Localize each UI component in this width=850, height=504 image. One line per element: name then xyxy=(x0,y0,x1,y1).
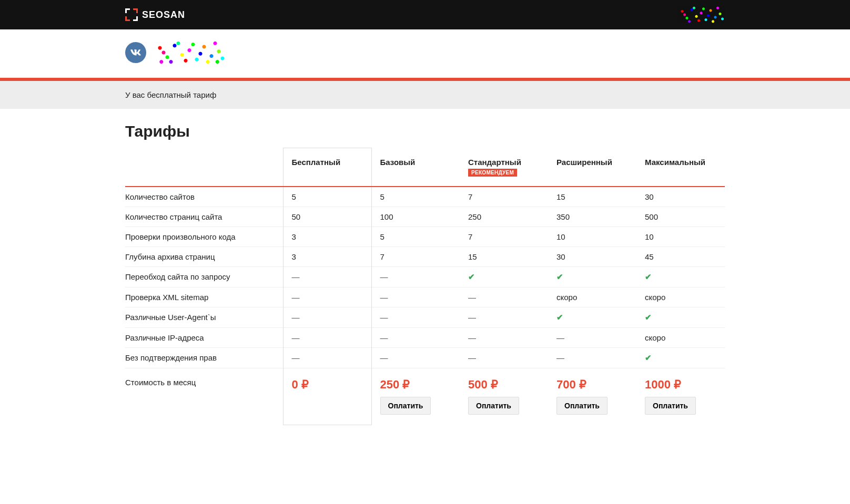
feature-value: — xyxy=(548,327,636,347)
feature-label: Проверки произвольного кода xyxy=(125,227,283,246)
pay-button-max[interactable]: Оплатить xyxy=(645,397,696,415)
feature-label: Переобход сайта по запросу xyxy=(125,266,283,287)
feature-row: Проверки произвольного кода3571010 xyxy=(125,227,725,246)
feature-value: 350 xyxy=(548,207,636,227)
feature-value: — xyxy=(283,307,371,327)
plan-header-standard: Стандартный РЕКОМЕНДУЕМ xyxy=(460,148,548,187)
pay-button-basic[interactable]: Оплатить xyxy=(380,397,431,415)
feature-value: 50 xyxy=(283,207,371,227)
vk-logo-icon xyxy=(130,49,141,56)
top-header: SEOSAN xyxy=(0,0,850,29)
feature-value: ✔ xyxy=(636,347,725,368)
feature-row: Различные IP-адреса————скоро xyxy=(125,327,725,347)
feature-value: ✔ xyxy=(636,307,725,327)
feature-value: 100 xyxy=(371,207,460,227)
price-standard: 500 ₽ Оплатить xyxy=(460,368,548,425)
feature-value: — xyxy=(460,307,548,327)
feature-value: скоро xyxy=(548,287,636,307)
feature-value: 30 xyxy=(548,246,636,266)
feature-value: — xyxy=(460,347,548,368)
feature-row: Глубина архива страниц37153045 xyxy=(125,246,725,266)
feature-label: Проверка XML sitemap xyxy=(125,287,283,307)
feature-value: — xyxy=(371,347,460,368)
recommended-badge: РЕКОМЕНДУЕМ xyxy=(468,169,517,177)
feature-value: — xyxy=(548,347,636,368)
feature-label: Различные User-Agent`ы xyxy=(125,307,283,327)
pricing-table: Бесплатный Базовый Стандартный РЕКОМЕНДУ… xyxy=(125,148,725,425)
feature-value: ✔ xyxy=(548,266,636,287)
feature-value: 5 xyxy=(371,227,460,246)
feature-row: Количество страниц сайта50100250350500 xyxy=(125,207,725,227)
feature-value: — xyxy=(460,287,548,307)
price-row: Стоимость в месяц 0 ₽ 250 ₽ Оплатить 500… xyxy=(125,368,725,425)
pay-button-extended[interactable]: Оплатить xyxy=(556,397,608,415)
feature-value: 10 xyxy=(636,227,725,246)
feature-row: Переобход сайта по запросу——✔✔✔ xyxy=(125,266,725,287)
logo-icon xyxy=(125,8,138,21)
feature-label: Без подтверждения прав xyxy=(125,347,283,368)
feature-value: 10 xyxy=(548,227,636,246)
feature-value: 3 xyxy=(283,246,371,266)
feature-value: ✔ xyxy=(548,307,636,327)
price-free: 0 ₽ xyxy=(283,368,371,425)
feature-label: Количество сайтов xyxy=(125,187,283,207)
brand-text: SEOSAN xyxy=(142,9,185,20)
feature-value: скоро xyxy=(636,287,725,307)
feature-value: 5 xyxy=(371,187,460,207)
feature-value: 500 xyxy=(636,207,725,227)
feature-value: — xyxy=(283,266,371,287)
feature-label: Количество страниц сайта xyxy=(125,207,283,227)
feature-row: Различные User-Agent`ы———✔✔ xyxy=(125,307,725,327)
feature-row: Количество сайтов5571530 xyxy=(125,187,725,207)
plan-header-free: Бесплатный xyxy=(283,148,371,187)
feature-value: — xyxy=(371,266,460,287)
feature-value: 7 xyxy=(460,187,548,207)
feature-value: — xyxy=(460,327,548,347)
feature-value: ✔ xyxy=(460,266,548,287)
feature-value: 45 xyxy=(636,246,725,266)
feature-value: скоро xyxy=(636,327,725,347)
feature-value: — xyxy=(371,287,460,307)
price-basic: 250 ₽ Оплатить xyxy=(371,368,460,425)
pay-button-standard[interactable]: Оплатить xyxy=(468,397,519,415)
feature-value: 7 xyxy=(371,246,460,266)
plan-header-extended: Расширенный xyxy=(548,148,636,187)
notice-text: У вас бесплатный тариф xyxy=(125,90,725,99)
social-graphic xyxy=(153,41,226,64)
price-extended: 700 ₽ Оплатить xyxy=(548,368,636,425)
notice-bar: У вас бесплатный тариф xyxy=(0,81,850,109)
plan-header-row: Бесплатный Базовый Стандартный РЕКОМЕНДУ… xyxy=(125,148,725,187)
plan-header-max: Максимальный xyxy=(636,148,725,187)
feature-value: — xyxy=(283,347,371,368)
logo[interactable]: SEOSAN xyxy=(125,8,185,21)
vk-icon[interactable] xyxy=(125,42,146,63)
feature-label: Глубина архива страниц xyxy=(125,246,283,266)
feature-value: — xyxy=(283,327,371,347)
price-label: Стоимость в месяц xyxy=(125,368,283,425)
price-max: 1000 ₽ Оплатить xyxy=(636,368,725,425)
social-bar xyxy=(0,29,850,78)
feature-value: 250 xyxy=(460,207,548,227)
header-graphic xyxy=(677,6,725,23)
feature-value: 3 xyxy=(283,227,371,246)
feature-value: ✔ xyxy=(636,266,725,287)
feature-row: Проверка XML sitemap———скороскоро xyxy=(125,287,725,307)
page-title: Тарифы xyxy=(125,122,725,140)
feature-value: 30 xyxy=(636,187,725,207)
feature-value: — xyxy=(283,287,371,307)
plan-header-basic: Базовый xyxy=(371,148,460,187)
feature-value: 7 xyxy=(460,227,548,246)
feature-value: 5 xyxy=(283,187,371,207)
feature-value: 15 xyxy=(548,187,636,207)
feature-value: — xyxy=(371,307,460,327)
feature-value: 15 xyxy=(460,246,548,266)
feature-label: Различные IP-адреса xyxy=(125,327,283,347)
feature-row: Без подтверждения прав————✔ xyxy=(125,347,725,368)
feature-value: — xyxy=(371,327,460,347)
